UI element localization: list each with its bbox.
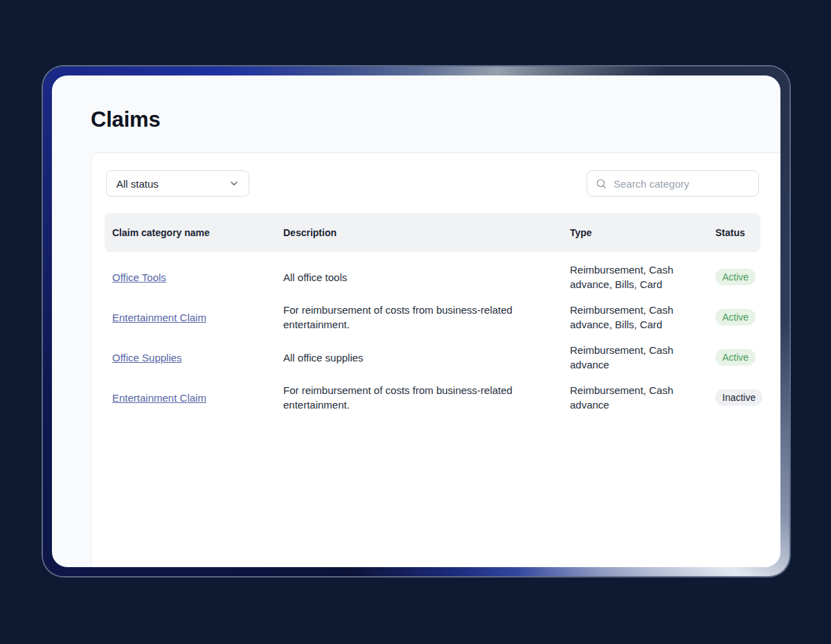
toolbar: All status [91, 153, 780, 197]
claim-type: Reimbursement, Cash advance, Bills, Card [562, 262, 708, 292]
status-badge: Inactive [715, 389, 762, 406]
column-header-status: Status [708, 227, 760, 238]
claim-description: All office tools [276, 270, 562, 285]
claims-card: Claims All status [52, 75, 780, 567]
status-badge: Active [715, 269, 756, 285]
table-header: Claim category name Description Type Sta… [105, 213, 760, 252]
claim-category-link[interactable]: Entertainment Claim [112, 312, 206, 323]
search-input[interactable] [614, 178, 751, 190]
status-badge: Active [715, 309, 756, 325]
page-title: Claims [91, 108, 780, 132]
claim-type: Reimbursement, Cash advance [562, 343, 708, 372]
claims-panel: All status Claim category name De [91, 152, 780, 567]
column-header-type: Type [562, 227, 708, 238]
claim-category-link[interactable]: Entertainment Claim [112, 392, 206, 404]
status-filter-value: All status [116, 178, 159, 190]
claim-category-link[interactable]: Office Supplies [112, 352, 182, 364]
claim-description: For reimbursement of costs from business… [276, 303, 562, 332]
table-body: Office Tools All office tools Reimbursem… [105, 257, 760, 418]
status-badge: Active [715, 349, 756, 366]
table-row: Entertainment Claim For reimbursement of… [105, 297, 760, 337]
column-header-name: Claim category name [105, 227, 276, 238]
table-row: Entertainment Claim For reimbursement of… [105, 377, 760, 418]
chevron-down-icon [229, 178, 240, 189]
column-header-description: Description [276, 227, 562, 238]
status-filter-dropdown[interactable]: All status [106, 170, 249, 197]
claim-description: All office supplies [276, 350, 562, 365]
claim-type: Reimbursement, Cash advance, Bills, Card [562, 303, 708, 332]
claims-table: Claim category name Description Type Sta… [105, 213, 760, 418]
claim-category-link[interactable]: Office Tools [112, 271, 166, 283]
claim-type: Reimbursement, Cash advance [562, 383, 708, 412]
table-row: Office Supplies All office supplies Reim… [105, 337, 760, 377]
claim-description: For reimbursement of costs from business… [276, 383, 562, 412]
gradient-frame: Claims All status [43, 66, 789, 576]
table-row: Office Tools All office tools Reimbursem… [105, 257, 760, 297]
search-icon [596, 177, 607, 190]
search-box [587, 170, 759, 197]
